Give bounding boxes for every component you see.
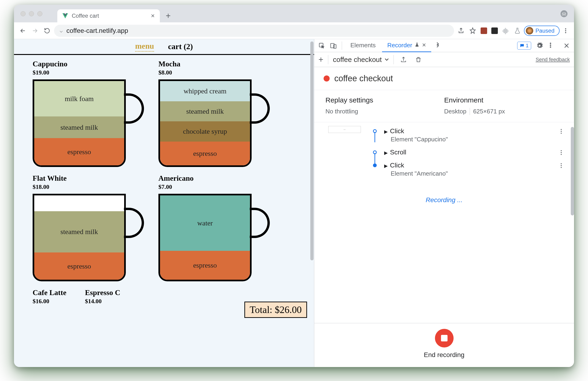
product-name: Espresso C: [85, 288, 120, 297]
cup-graphic[interactable]: waterespresso: [158, 194, 266, 281]
product-card[interactable]: Flat White$18.00steamed milkespresso: [33, 174, 140, 281]
product-card[interactable]: Espresso C$14.00: [85, 288, 120, 308]
step-row[interactable]: ▫▫▫▶ClickElement "Cappucino": [328, 125, 565, 146]
step-menu-icon[interactable]: [558, 127, 565, 134]
inspect-icon[interactable]: [316, 40, 327, 51]
devtools-scrollbar[interactable]: [571, 127, 574, 215]
step-name: ▶Scroll: [384, 149, 558, 156]
timeline-bullet: [373, 163, 377, 167]
environment-label: Environment: [444, 96, 563, 104]
export-icon[interactable]: [398, 55, 409, 65]
message-icon: [520, 43, 525, 48]
close-window[interactable]: [21, 11, 26, 16]
chrome-menu-icon[interactable]: [561, 28, 570, 34]
toolbar-icons: Paused: [456, 26, 570, 36]
messages-badge[interactable]: 1: [517, 42, 531, 50]
svg-point-13: [561, 152, 562, 153]
extension-icon-2[interactable]: [490, 26, 499, 35]
product-price: $19.00: [33, 69, 140, 76]
labs-icon[interactable]: [512, 26, 523, 36]
reload-button[interactable]: [42, 26, 52, 36]
profile-paused-chip[interactable]: Paused: [524, 26, 560, 36]
page-nav: menu cart (2): [14, 39, 314, 55]
product-price: $8.00: [158, 69, 266, 76]
cart-link[interactable]: cart (2): [168, 42, 193, 51]
recording-selector[interactable]: coffee checkout: [333, 56, 389, 63]
product-card[interactable]: Cafe Latte$16.00: [33, 288, 66, 308]
extension-icon-1[interactable]: [479, 26, 488, 35]
devtools-panel: Elements Recorder ✕ 1: [314, 39, 574, 367]
product-grid: Cappucino$19.00milk foamsteamed milkespr…: [14, 55, 314, 320]
end-recording-section: End recording: [314, 323, 574, 367]
close-tab-icon[interactable]: ×: [151, 12, 155, 20]
step-name: ▶Click: [384, 127, 558, 135]
step-name: ▶Click: [384, 162, 558, 169]
viewport-value: 625×671 px: [470, 108, 505, 115]
new-tab-button[interactable]: +: [163, 10, 174, 21]
step-thumbnail: ▫▫▫: [328, 126, 361, 133]
replay-settings-label: Replay settings: [325, 96, 444, 104]
extensions-menu-icon[interactable]: [501, 26, 511, 36]
recording-indicator-icon: [324, 76, 330, 81]
back-button[interactable]: [18, 26, 28, 36]
share-icon[interactable]: [456, 26, 466, 36]
bookmark-icon[interactable]: [467, 26, 478, 36]
stop-icon: [441, 335, 447, 341]
avatar-icon: [526, 27, 533, 35]
page-scrollbar[interactable]: [310, 41, 314, 260]
url-text: coffee-cart.netlify.app: [66, 27, 128, 35]
flask-icon: [415, 42, 420, 49]
new-recording-icon[interactable]: +: [318, 55, 323, 64]
svg-point-16: [561, 165, 562, 166]
chevron-down-icon: [385, 58, 389, 61]
tab-recorder[interactable]: Recorder ✕: [382, 39, 431, 52]
step-detail: Element "Americano": [391, 170, 558, 177]
total-badge[interactable]: Total: $26.00: [244, 301, 307, 318]
webpage: menu cart (2) Cappucino$19.00milk foamst…: [14, 39, 314, 367]
delete-icon[interactable]: [413, 55, 423, 65]
svg-point-7: [550, 44, 551, 46]
product-card[interactable]: Americano$7.00waterespresso: [158, 174, 266, 281]
step-row[interactable]: ▫▫▫▶ClickElement "Americano": [328, 159, 565, 180]
svg-point-8: [550, 46, 551, 47]
cup-layer: espresso: [160, 141, 250, 165]
site-info-icon[interactable]: ⌵: [60, 28, 63, 34]
step-row[interactable]: ▫▫▫▶Scroll: [328, 146, 565, 159]
cup-layer: milk foam: [34, 81, 124, 117]
stop-recording-button[interactable]: [435, 329, 454, 347]
more-tabs-icon[interactable]: [433, 40, 443, 51]
settings-icon[interactable]: [534, 40, 545, 51]
minimize-window[interactable]: [29, 11, 34, 16]
close-tab-panel-icon[interactable]: ✕: [422, 42, 426, 48]
product-name: Flat White: [33, 174, 140, 182]
cup-graphic[interactable]: steamed milkespresso: [33, 194, 140, 281]
device-toggle-icon[interactable]: [328, 40, 338, 51]
send-feedback-link[interactable]: Send feedback: [536, 57, 570, 63]
product-card[interactable]: Cappucino$19.00milk foamsteamed milkespr…: [33, 60, 140, 167]
url-input[interactable]: ⌵ coffee-cart.netlify.app: [54, 25, 454, 37]
product-price: $16.00: [33, 298, 66, 305]
vue-favicon: [63, 13, 68, 19]
cup-layer: whipped cream: [160, 81, 250, 101]
product-price: $18.00: [33, 183, 140, 191]
devtools-menu-icon[interactable]: [548, 40, 558, 51]
cup-graphic[interactable]: milk foamsteamed milkespresso: [33, 80, 140, 167]
tab-elements[interactable]: Elements: [345, 39, 381, 52]
cup-graphic[interactable]: whipped creamsteamed milkchocolate syrup…: [158, 80, 266, 167]
throttling-value[interactable]: No throttling: [325, 108, 444, 115]
svg-point-12: [561, 150, 562, 151]
profile-indicator[interactable]: [561, 10, 567, 17]
product-price: $7.00: [158, 183, 266, 191]
maximize-window[interactable]: [37, 11, 42, 16]
close-devtools-icon[interactable]: [562, 40, 572, 51]
step-menu-icon[interactable]: [558, 149, 565, 155]
forward-button[interactable]: [30, 26, 40, 36]
product-card[interactable]: Mocha$8.00whipped creamsteamed milkchoco…: [158, 60, 266, 167]
step-detail: Element "Cappucino": [391, 136, 558, 143]
step-menu-icon[interactable]: [558, 162, 565, 168]
browser-tab[interactable]: Coffee cart ×: [57, 9, 160, 22]
content-area: menu cart (2) Cappucino$19.00milk foamst…: [14, 39, 574, 367]
recorder-toolbar: + coffee checkout Send feedback: [314, 52, 574, 67]
menu-link[interactable]: menu: [135, 42, 154, 52]
product-name: Mocha: [158, 60, 266, 68]
